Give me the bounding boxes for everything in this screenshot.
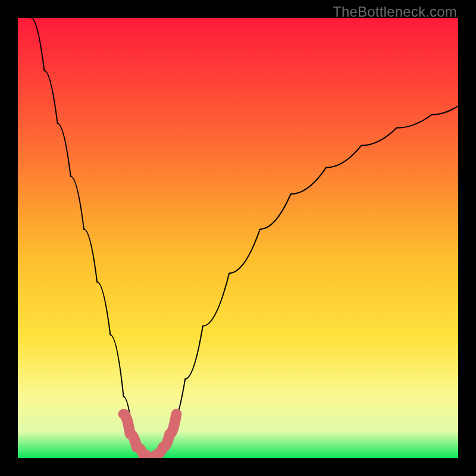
watermark-text: TheBottleneck.com — [333, 4, 457, 20]
bottleneck-curve — [31, 18, 458, 458]
plot-area — [18, 18, 458, 458]
bottleneck-highlight — [124, 414, 177, 458]
curve-layer — [18, 18, 458, 458]
outer-frame: TheBottleneck.com — [0, 0, 476, 476]
